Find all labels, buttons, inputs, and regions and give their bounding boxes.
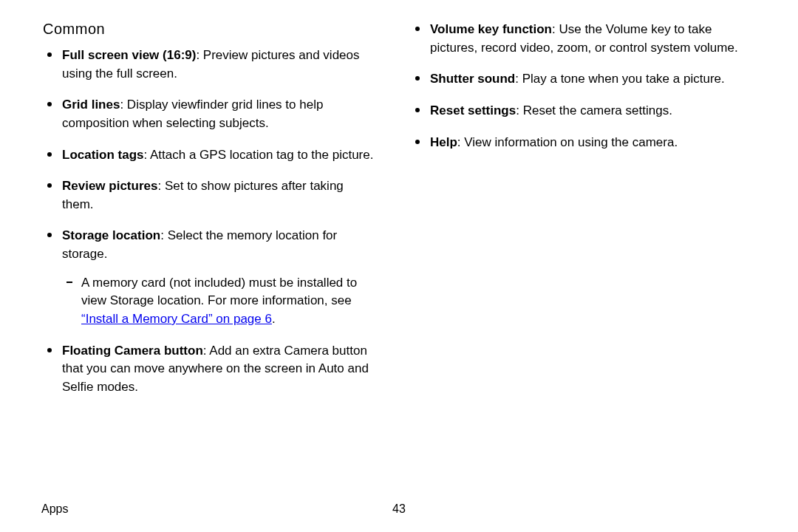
sub-list: A memory card (not included) must be ins… bbox=[62, 274, 374, 329]
desc: : View information on using the camera. bbox=[457, 135, 678, 149]
section-heading: Common bbox=[43, 21, 374, 38]
list-item: Grid lines: Display viewfinder grid line… bbox=[62, 96, 374, 132]
term: Grid lines bbox=[62, 98, 120, 112]
list-item: Shutter sound: Play a tone when you take… bbox=[430, 70, 742, 89]
list-item: Volume key function: Use the Volume key … bbox=[430, 21, 742, 57]
list-item: Full screen view (16:9): Preview picture… bbox=[62, 47, 374, 83]
term: Volume key function bbox=[430, 22, 552, 36]
right-list: Volume key function: Use the Volume key … bbox=[409, 21, 742, 151]
term: Review pictures bbox=[62, 179, 157, 193]
memory-card-link[interactable]: “Install a Memory Card” on page 6 bbox=[81, 312, 272, 326]
left-list: Full screen view (16:9): Preview picture… bbox=[41, 47, 374, 397]
list-item: Storage location: Select the memory loca… bbox=[62, 227, 374, 328]
sub-post: . bbox=[272, 312, 276, 326]
right-column: Volume key function: Use the Volume key … bbox=[409, 21, 742, 410]
sub-pre: A memory card (not included) must be ins… bbox=[81, 276, 357, 308]
term: Storage location bbox=[62, 228, 160, 242]
footer-page-number: 43 bbox=[392, 502, 406, 516]
term: Floating Camera button bbox=[62, 344, 203, 358]
footer-section: Apps bbox=[41, 502, 68, 516]
left-column: Common Full screen view (16:9): Preview … bbox=[41, 21, 374, 410]
term: Full screen view (16:9) bbox=[62, 48, 196, 62]
columns: Common Full screen view (16:9): Preview … bbox=[41, 21, 757, 410]
sub-list-item: A memory card (not included) must be ins… bbox=[81, 274, 374, 329]
list-item: Location tags: Attach a GPS location tag… bbox=[62, 146, 374, 165]
list-item: Reset settings: Reset the camera setting… bbox=[430, 102, 742, 120]
list-item: Review pictures: Set to show pictures af… bbox=[62, 177, 374, 214]
term: Reset settings bbox=[430, 103, 516, 117]
term: Shutter sound bbox=[430, 72, 515, 86]
term: Location tags bbox=[62, 148, 144, 162]
term: Help bbox=[430, 135, 457, 149]
desc: : Reset the camera settings. bbox=[516, 103, 672, 117]
list-item: Help: View information on using the came… bbox=[430, 134, 742, 152]
desc: : Play a tone when you take a picture. bbox=[515, 72, 725, 86]
footer: Apps 43 bbox=[41, 502, 757, 516]
page: Common Full screen view (16:9): Preview … bbox=[0, 0, 798, 532]
desc: : Attach a GPS location tag to the pictu… bbox=[144, 148, 374, 162]
list-item: Floating Camera button: Add an extra Cam… bbox=[62, 342, 374, 397]
